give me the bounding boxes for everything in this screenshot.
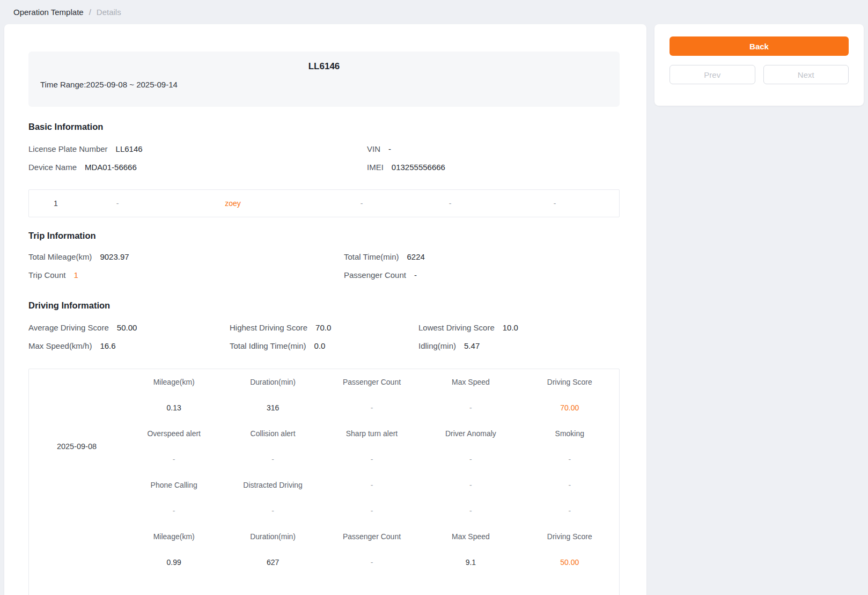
cell-empty: -: [322, 506, 421, 516]
pager-buttons: Prev Next: [670, 65, 849, 84]
field-average-score: Average Driving Score 50.00: [28, 318, 230, 336]
trip-information-title: Trip Information: [28, 230, 620, 241]
cell-smoking: -: [520, 454, 619, 464]
actions-panel: Back Prev Next: [654, 24, 864, 106]
cell-duration: 316: [223, 403, 322, 413]
cell-phone-calling: -: [124, 506, 223, 516]
field-device-name: Device Name MDA01-56666: [28, 158, 367, 176]
breadcrumb-operation-template[interactable]: Operation Template: [13, 8, 84, 17]
col-header: -: [421, 480, 520, 490]
next-button[interactable]: Next: [763, 65, 849, 84]
cell-distracted-driving: -: [223, 506, 322, 516]
trip-count-link[interactable]: 1: [73, 270, 78, 280]
cell-driver-anomaly: -: [421, 454, 520, 464]
field-value: LL6146: [116, 144, 143, 153]
breadcrumb: Operation Template / Details: [0, 0, 868, 24]
day-date: [29, 524, 124, 575]
cell-passenger-count: -: [322, 403, 421, 413]
cell-max-speed: -: [421, 403, 520, 413]
time-range: Time Range:2025-09-08 ~ 2025-09-14: [40, 79, 608, 91]
driver-name-link[interactable]: zoey: [152, 199, 313, 208]
col-header: Smoking: [520, 429, 619, 438]
field-value: -: [388, 144, 391, 153]
field-value: 9023.97: [100, 252, 129, 261]
cell-empty: -: [421, 506, 520, 516]
field-trip-count: Trip Count 1: [28, 266, 344, 284]
cell-driving-score: 50.00: [520, 557, 619, 567]
driver-cell: -: [83, 199, 152, 208]
col-header: Distracted Driving: [223, 480, 322, 490]
col-header: Driver Anomaly: [421, 429, 520, 438]
field-value: 5.47: [464, 341, 480, 350]
field-label: Average Driving Score: [28, 323, 109, 332]
field-value: -: [414, 270, 417, 280]
col-header: Passenger Count: [322, 377, 421, 387]
field-value: 50.00: [117, 323, 137, 332]
col-header: Collision alert: [223, 429, 322, 438]
col-header: Max Speed: [421, 377, 520, 387]
field-label: License Plate Number: [28, 144, 108, 153]
driver-cell: -: [410, 199, 490, 208]
col-header: -: [322, 480, 421, 490]
field-value: MDA01-56666: [85, 163, 137, 172]
driving-information-grid: Average Driving Score 50.00 Highest Driv…: [28, 318, 620, 355]
field-lowest-score: Lowest Driving Score 10.0: [418, 318, 620, 336]
cell-sharp-turn: -: [322, 454, 421, 464]
field-total-idling: Total Idling Time(min) 0.0: [230, 336, 418, 355]
cell-max-speed: 9.1: [421, 557, 520, 567]
field-label: Total Time(min): [344, 252, 399, 261]
day-date: 2025-09-08: [29, 369, 124, 524]
driver-cell: -: [313, 199, 410, 208]
basic-information-title: Basic Information: [28, 121, 620, 132]
details-card: LL6146 Time Range:2025-09-08 ~ 2025-09-1…: [4, 24, 646, 595]
col-header: Duration(min): [223, 377, 322, 387]
cell-mileage: 0.99: [124, 557, 223, 567]
col-header: Phone Calling: [124, 480, 223, 490]
field-label: Device Name: [28, 163, 77, 172]
field-label: Passenger Count: [344, 270, 406, 280]
field-label: Total Idling Time(min): [230, 341, 306, 350]
driver-row: 1 - zoey - - -: [28, 189, 620, 217]
page-layout: LL6146 Time Range:2025-09-08 ~ 2025-09-1…: [0, 24, 868, 595]
back-button[interactable]: Back: [670, 36, 849, 56]
field-label: VIN: [367, 144, 380, 153]
cell-collision: -: [223, 454, 322, 464]
vehicle-title: LL6146: [40, 60, 608, 73]
cell-overspeed: -: [124, 454, 223, 464]
col-header: -: [520, 480, 619, 490]
cell-mileage: 0.13: [124, 403, 223, 413]
field-label: Max Speed(km/h): [28, 341, 92, 350]
driver-index: 1: [29, 199, 83, 208]
field-imei: IMEI 013255556666: [367, 158, 620, 176]
col-header: Driving Score: [520, 377, 619, 387]
driving-information-title: Driving Information: [28, 300, 620, 311]
field-value: 0.0: [314, 341, 326, 350]
day-group-2025-09-08: 2025-09-08 Mileage(km) Duration(min) Pas…: [29, 369, 619, 524]
trip-information-grid: Total Mileage(km) 9023.97 Total Time(min…: [28, 247, 620, 284]
col-header: Mileage(km): [124, 532, 223, 541]
day-group-next: Mileage(km) Duration(min) Passenger Coun…: [29, 524, 619, 575]
breadcrumb-details: Details: [97, 8, 121, 17]
field-license-plate: License Plate Number LL6146: [28, 139, 367, 158]
prev-button[interactable]: Prev: [670, 65, 755, 84]
daily-breakdown-table: 2025-09-08 Mileage(km) Duration(min) Pas…: [28, 369, 620, 595]
field-label: Trip Count: [28, 270, 65, 280]
col-header: Duration(min): [223, 532, 322, 541]
col-header: Passenger Count: [322, 532, 421, 541]
field-label: Lowest Driving Score: [418, 323, 495, 332]
col-header: Overspeed alert: [124, 429, 223, 438]
field-highest-score: Highest Driving Score 70.0: [230, 318, 418, 336]
cell-empty: -: [520, 506, 619, 516]
field-label: Idling(min): [418, 341, 456, 350]
field-label: Highest Driving Score: [230, 323, 307, 332]
field-label: IMEI: [367, 163, 384, 172]
field-value: 013255556666: [392, 163, 445, 172]
col-header: Driving Score: [520, 532, 619, 541]
col-header: Mileage(km): [124, 377, 223, 387]
field-idling: Idling(min) 5.47: [418, 336, 620, 355]
breadcrumb-separator: /: [89, 8, 91, 17]
field-value: 16.6: [100, 341, 115, 350]
col-header: Max Speed: [421, 532, 520, 541]
field-total-mileage: Total Mileage(km) 9023.97: [28, 247, 344, 266]
field-vin: VIN -: [367, 139, 620, 158]
